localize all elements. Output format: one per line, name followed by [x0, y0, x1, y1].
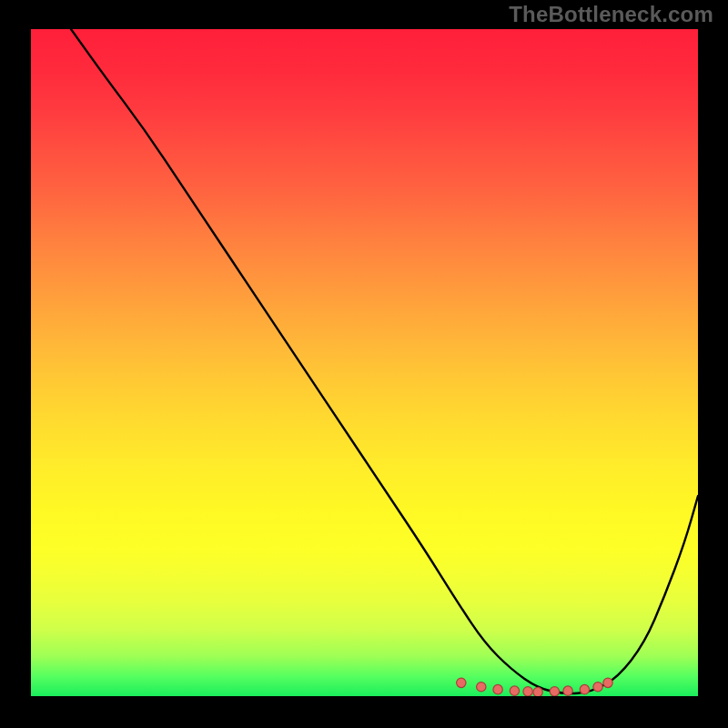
optimum-dot: [510, 686, 519, 695]
plot-area: [31, 29, 698, 696]
optimum-dot: [477, 682, 486, 692]
optimum-dot: [523, 687, 532, 696]
optimum-dot: [493, 684, 502, 693]
watermark-text: TheBottleneck.com: [509, 0, 713, 29]
optimum-dot: [603, 678, 612, 687]
optimum-dot: [457, 678, 466, 687]
optimum-dots: [457, 678, 613, 696]
curve-layer: [31, 29, 698, 696]
optimum-dot: [533, 687, 542, 696]
optimum-dot: [550, 687, 559, 696]
chart-frame: TheBottleneck.com: [0, 0, 728, 728]
optimum-dot: [593, 682, 602, 692]
optimum-dot: [563, 686, 572, 695]
bottleneck-curve: [71, 29, 698, 693]
optimum-dot: [580, 684, 589, 693]
